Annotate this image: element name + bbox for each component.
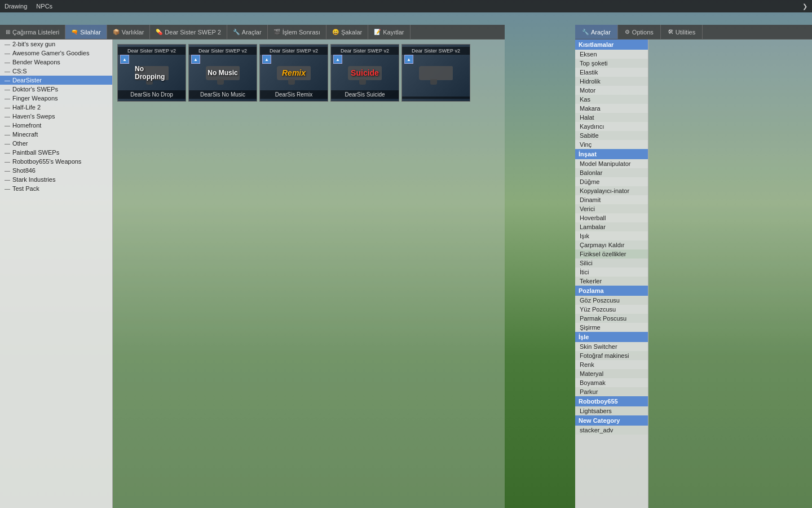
category-item-skin-switcher[interactable]: Skin Switcher [575, 342, 648, 351]
weapon-badge: ▲ [333, 55, 342, 64]
category-item-verici[interactable]: Verici [575, 204, 648, 213]
weapon-icon: — [5, 168, 10, 174]
tab-araçlar[interactable]: 🔧Araçlar [227, 25, 268, 39]
weapon-card-4[interactable]: ▲ Dear Sister SWEP v2 [401, 44, 470, 102]
category-item-vinç[interactable]: Vinç [575, 140, 648, 149]
sidebar-item-finger-weapons[interactable]: —Finger Weapons [0, 94, 112, 103]
category-item-dinamit[interactable]: Dinamit [575, 195, 648, 204]
tab-label: Çağırma Listeleri [12, 29, 59, 36]
weapon-card-bg: ▲ Dear Sister SWEP v2 [402, 45, 470, 101]
weapon-overlay: No Dropping [135, 65, 169, 81]
tab-i̇şlem-sonrası[interactable]: 🎬İşlem Sonrası [268, 25, 326, 39]
sidebar-item-paintball-sweps[interactable]: —Paintball SWEPs [0, 148, 112, 157]
weapon-title: Dear Sister SWEP v2 [260, 47, 328, 55]
category-item-şişirme[interactable]: Şişirme [575, 323, 648, 332]
sidebar-item-test-pack[interactable]: —Test Pack [0, 184, 112, 193]
sidebar-item-dearsister[interactable]: —DearSister [0, 76, 112, 85]
tab-label: Varlıklar [122, 29, 144, 36]
category-item-düğme[interactable]: Düğme [575, 177, 648, 186]
weapon-badge: ▲ [120, 55, 129, 64]
sidebar-item-awesome-gamer-s-goodies[interactable]: —Awesome Gamer's Goodies [0, 49, 112, 58]
category-item-top-şoketi[interactable]: Top şoketi [575, 59, 648, 68]
category-item-kopyalayıcı-inator[interactable]: Kopyalayıcı-inator [575, 186, 648, 195]
category-item-hidrolik[interactable]: Hidrolik [575, 77, 648, 86]
sidebar-item-stark-industries[interactable]: —Stark Industries [0, 175, 112, 184]
sidebar-item-other[interactable]: —Other [0, 139, 112, 148]
menu-drawing[interactable]: Drawing [5, 3, 27, 10]
category-item-kaydırıcı[interactable]: Kaydırıcı [575, 122, 648, 131]
category-item-işık[interactable]: Işık [575, 231, 648, 240]
weapon-card-0[interactable]: ▲ Dear Sister SWEP v2 No Dropping DearSi… [117, 44, 186, 102]
category-item-materyal[interactable]: Materyal [575, 369, 648, 378]
sidebar-item-doktor-s-sweps[interactable]: —Doktor's SWEPs [0, 85, 112, 94]
category-item-silici[interactable]: Silici [575, 259, 648, 268]
sidebar-item-2-bit-s-sexy-gun[interactable]: —2-bit's sexy gun [0, 40, 112, 49]
tab-silahlar[interactable]: 🔫Silahlar [65, 25, 107, 39]
sidebar-label: Minecraft [12, 131, 38, 138]
sidebar: —2-bit's sexy gun—Awesome Gamer's Goodie… [0, 40, 113, 508]
category-item-motor[interactable]: Motor [575, 86, 648, 95]
category-item-renk[interactable]: Renk [575, 360, 648, 369]
weapon-badge: ▲ [191, 55, 200, 64]
weapon-icon: — [5, 41, 10, 47]
category-item-fotoğraf-makinesi[interactable]: Fotoğraf makinesi [575, 351, 648, 360]
sidebar-label: Other [12, 140, 28, 147]
tools-tab-araçlar[interactable]: 🔧Araçlar [575, 25, 618, 39]
weapon-card-bg: ▲ Dear Sister SWEP v2 No Dropping DearSi… [118, 45, 186, 101]
sidebar-item-homefront[interactable]: —Homefront [0, 121, 112, 130]
sidebar-item-robotboy655-s-weapons[interactable]: —Robotboy655's Weapons [0, 157, 112, 166]
sidebar-item-haven-s-sweps[interactable]: —Haven's Sweps [0, 112, 112, 121]
weapon-card-3[interactable]: ▲ Dear Sister SWEP v2 Suicide DearSis Su… [330, 44, 399, 102]
category-item-fiziksel-özellikler[interactable]: Fiziksel özellikler [575, 249, 648, 259]
tab-dear-sister-swep-2[interactable]: 💊Dear Sister SWEP 2 [150, 25, 227, 39]
category-item-lightsabers[interactable]: Lightsabers [575, 406, 648, 415]
weapon-overlay: Suicide [351, 68, 379, 77]
category-item-lambalar[interactable]: Lambalar [575, 222, 648, 231]
sidebar-item-shot846[interactable]: —Shot846 [0, 166, 112, 175]
category-item-balonlar[interactable]: Balonlar [575, 168, 648, 177]
category-item-çarpmayı-kaldır[interactable]: Çarpmayı Kaldır [575, 240, 648, 249]
weapon-icon: — [5, 132, 10, 138]
menu-npcs[interactable]: NPCs [36, 3, 52, 10]
tools-tab-utilities[interactable]: 🛠Utilities [661, 25, 703, 39]
tools-detail [648, 40, 812, 508]
category-item-stacker_adv[interactable]: stacker_adv [575, 426, 648, 435]
category-item-makara[interactable]: Makara [575, 104, 648, 113]
sidebar-item-half-life-2[interactable]: —Half-Life 2 [0, 103, 112, 112]
weapon-card-2[interactable]: ▲ Dear Sister SWEP v2 Remix DearSis Remi… [259, 44, 328, 102]
category-item-eksen[interactable]: Eksen [575, 50, 648, 59]
tab-çağırma-listeleri[interactable]: ⊞Çağırma Listeleri [0, 25, 65, 39]
category-item-parkur[interactable]: Parkur [575, 387, 648, 396]
weapon-icon: — [5, 150, 10, 156]
weapon-icon: — [5, 95, 10, 102]
category-item-hoverball[interactable]: Hoverball [575, 213, 648, 222]
category-item-tekerler[interactable]: Tekerler [575, 277, 648, 286]
tab-şakalar[interactable]: 😄Şakalar [326, 25, 368, 39]
weapon-icon: — [5, 113, 10, 120]
category-item-göz-poszcusu[interactable]: Göz Poszcusu [575, 296, 648, 305]
category-header-0: Kısıtlamalar [575, 40, 648, 50]
sidebar-label: 2-bit's sexy gun [12, 41, 55, 47]
tools-tab-options[interactable]: ⚙Options [618, 25, 661, 39]
tools-tab-icon: 🛠 [668, 29, 673, 35]
category-item-sabitle[interactable]: Sabitle [575, 131, 648, 140]
category-item-halat[interactable]: Halat [575, 113, 648, 122]
category-item-model-manipulator[interactable]: Model Manipulator [575, 159, 648, 168]
sidebar-label: Bender Weapons [12, 59, 60, 65]
category-item-kas[interactable]: Kas [575, 95, 648, 104]
category-item-parmak-poscusu[interactable]: Parmak Poscusu [575, 314, 648, 323]
weapon-icon: — [5, 86, 10, 93]
category-item-yüz-pozcusu[interactable]: Yüz Pozcusu [575, 305, 648, 314]
category-item-i̇tici[interactable]: İtici [575, 268, 648, 277]
weapon-card-1[interactable]: ▲ Dear Sister SWEP v2 No Music DearSis N… [188, 44, 257, 102]
category-item-elastik[interactable]: Elastik [575, 68, 648, 77]
sidebar-item-bender-weapons[interactable]: —Bender Weapons [0, 58, 112, 67]
tab-kayıtlar[interactable]: 📝Kayıtlar [368, 25, 410, 39]
tab-varlıklar[interactable]: 📦Varlıklar [107, 25, 151, 39]
weapon-icon: — [5, 122, 10, 129]
category-item-boyamak[interactable]: Boyamak [575, 378, 648, 387]
sidebar-item-minecraft[interactable]: —Minecraft [0, 130, 112, 139]
category-header-5: New Category [575, 415, 648, 426]
sidebar-item-cs:s[interactable]: —CS:S [0, 67, 112, 76]
sidebar-label: Shot846 [12, 167, 36, 174]
